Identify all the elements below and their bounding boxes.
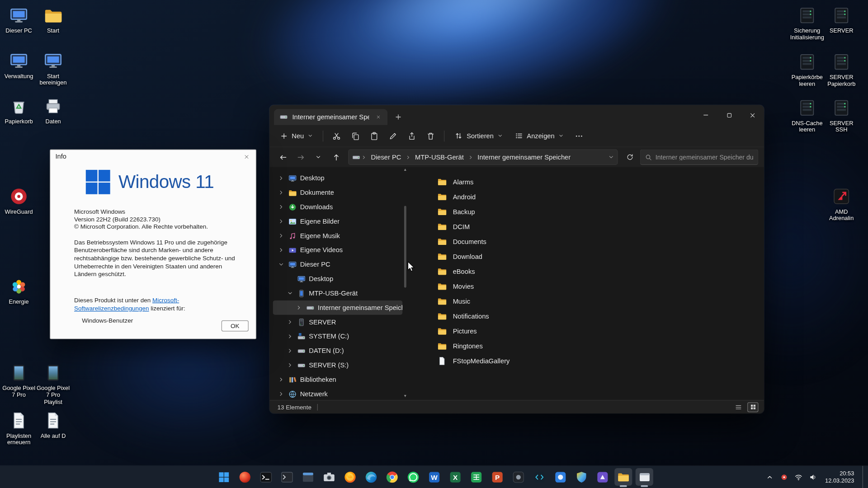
chevron-right-icon[interactable] (277, 232, 285, 239)
chevron-right-icon[interactable] (277, 246, 285, 254)
file-item-pictures[interactable]: Pictures (433, 324, 538, 338)
nav-item-eigene-bilder[interactable]: Eigene Bilder (273, 214, 403, 229)
forward-button[interactable] (293, 150, 308, 165)
dark-app-icon[interactable] (509, 468, 527, 486)
new-button[interactable]: Neu (275, 129, 318, 143)
dialog-close-button[interactable] (237, 150, 256, 163)
close-button[interactable] (741, 105, 764, 125)
delete-button[interactable] (422, 127, 439, 144)
minimize-button[interactable] (694, 105, 717, 125)
chevron-down-icon[interactable] (277, 261, 285, 268)
chevron-right-icon[interactable] (277, 189, 285, 197)
desktop-icon-dns-cache-leeren[interactable]: DNS-Cache leeren (791, 98, 824, 133)
volume-icon[interactable] (808, 472, 818, 482)
nav-item-server-s[interactable]: SERVER (S:) (273, 358, 403, 372)
command-prompt-icon[interactable] (278, 468, 296, 486)
breadcrumb-item[interactable]: Dieser PC (368, 152, 405, 163)
desktop-icon-alle-auf-d[interactable]: Alle auf D (37, 411, 70, 439)
paste-button[interactable] (366, 127, 382, 144)
hidden-icons-chevron[interactable] (765, 472, 775, 482)
chevron-right-icon[interactable] (277, 390, 285, 398)
chevron-right-icon[interactable] (277, 174, 285, 182)
chevron-right-icon[interactable] (277, 203, 285, 211)
nav-item-interner-gemeinsamer-speicher[interactable]: Interner gemeinsamer Speicher (273, 300, 403, 315)
desktop-icon-papierkorb[interactable]: Papierkorb (2, 96, 35, 125)
active-window-taskbar-icon[interactable] (636, 468, 653, 486)
start-button[interactable] (215, 468, 232, 486)
scroll-up-icon[interactable]: ▲ (403, 167, 407, 174)
share-button[interactable] (404, 127, 420, 144)
new-tab-button[interactable] (391, 109, 405, 124)
desktop-icon-sicherung-initialisierung[interactable]: Sicherung Initialisierung (791, 5, 824, 41)
explorer-tab[interactable]: Interner gemeinsamer Speich (274, 109, 387, 125)
breadcrumb-item[interactable]: MTP-USB-Gerät (412, 152, 467, 163)
desktop-icon-start[interactable]: Start (37, 5, 70, 34)
terminal-icon[interactable] (257, 468, 274, 486)
nav-item-daten-d[interactable]: DATEN (D:) (273, 343, 403, 358)
desktop-icon-server-papierkorb[interactable]: SERVER Papierkorb (825, 52, 858, 87)
edge-icon[interactable] (362, 468, 380, 486)
file-item-ebooks[interactable]: eBooks (433, 264, 538, 279)
powerpoint-icon[interactable] (488, 468, 506, 486)
desktop-icon-energie[interactable]: Energie (2, 277, 35, 305)
firefox-icon[interactable] (341, 468, 359, 486)
browser-orb-icon[interactable] (236, 468, 254, 486)
recent-locations-button[interactable] (311, 150, 326, 165)
camera-icon[interactable] (320, 468, 338, 486)
word-icon[interactable] (425, 468, 443, 486)
file-item-movies[interactable]: Movies (433, 279, 538, 294)
thumbnail-view-button[interactable] (747, 402, 758, 412)
desktop-icon-playlisten-erneuern[interactable]: Playlisten erneuern (2, 411, 35, 446)
cut-button[interactable] (328, 127, 345, 144)
clock[interactable]: 20:53 12.03.2023 (823, 470, 856, 484)
file-explorer-taskbar-icon[interactable] (614, 468, 632, 486)
copy-button[interactable] (347, 127, 364, 144)
file-item-ringtones[interactable]: Ringtones (433, 338, 538, 353)
nav-item-eigene-musik[interactable]: Eigene Musik (273, 229, 403, 243)
scrollbar-thumb[interactable] (404, 206, 406, 288)
chevron-right-icon[interactable] (286, 361, 294, 369)
blue-app-icon[interactable] (552, 468, 569, 486)
file-item-download[interactable]: Download (433, 249, 538, 264)
desktop-icon-google-pixel-7-pro[interactable]: Google Pixel 7 Pro (2, 363, 35, 398)
nav-item-dieser-pc[interactable]: Dieser PC (273, 257, 403, 272)
show-desktop-button[interactable] (863, 466, 865, 488)
security-shield-icon[interactable] (572, 468, 590, 486)
nav-item-mtp-usb-geraet[interactable]: MTP-USB-Gerät (273, 286, 403, 300)
desktop-icon-daten[interactable]: Daten (37, 96, 70, 125)
nav-item-desktop-child[interactable]: Desktop (273, 272, 403, 286)
system-window-icon[interactable] (299, 468, 316, 486)
file-item-fstopmediagallery[interactable]: FStopMediaGallery (433, 353, 538, 368)
sort-button[interactable]: Sortieren (449, 128, 507, 143)
desktop-icon-wireguard[interactable]: WireGuard (2, 187, 35, 215)
purple-app-icon[interactable] (594, 468, 611, 486)
back-button[interactable] (275, 150, 291, 165)
navigation-scrollbar[interactable]: ▲ ▼ (402, 167, 408, 400)
tray-badge-icon[interactable] (780, 472, 789, 482)
desktop-icon-start-bereinigen[interactable]: Start bereinigen (37, 51, 70, 86)
chevron-right-icon[interactable] (286, 347, 294, 355)
desktop-icon-google-pixel-7-pro-playlist[interactable]: Google Pixel 7 Pro Playlist (37, 363, 70, 405)
desktop-icon-dieser-pc[interactable]: Dieser PC (2, 5, 35, 34)
desktop-icon-amd-adrenalin[interactable]: AMD Adrenalin (825, 187, 858, 222)
ok-button[interactable]: OK (222, 320, 249, 331)
chevron-right-icon[interactable] (277, 217, 285, 225)
file-item-alarms[interactable]: Alarms (433, 174, 538, 189)
search-input[interactable] (656, 154, 754, 160)
refresh-button[interactable] (622, 150, 637, 165)
desktop-icon-server[interactable]: SERVER (825, 5, 858, 34)
chevron-down-icon[interactable] (286, 289, 294, 297)
chevron-right-icon[interactable] (295, 304, 303, 311)
chevron-right-icon[interactable] (286, 318, 294, 326)
nav-item-desktop[interactable]: Desktop (273, 171, 403, 185)
desktop-icon-server-ssh[interactable]: SERVER SSH (825, 98, 858, 133)
developer-app-icon[interactable] (530, 468, 548, 486)
nav-item-bibliotheken[interactable]: Bibliotheken (273, 372, 403, 387)
view-button[interactable]: Anzeigen (509, 128, 568, 143)
nav-item-eigene-videos[interactable]: Eigene Videos (273, 243, 403, 258)
chevron-right-icon[interactable] (277, 375, 285, 383)
file-item-dcim[interactable]: DCIM (433, 219, 538, 234)
nav-item-server[interactable]: SERVER (273, 315, 403, 329)
file-item-android[interactable]: Android (433, 189, 538, 204)
nav-item-dokumente[interactable]: Dokumente (273, 185, 403, 200)
